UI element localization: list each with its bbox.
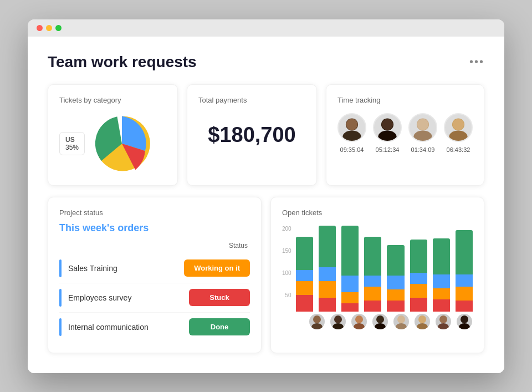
- bar-green-7: [433, 238, 450, 274]
- bar-green-8: [456, 230, 473, 274]
- bar-red-7: [433, 299, 450, 312]
- project-name-2: Employees survey: [68, 293, 182, 302]
- row-indicator-2: [59, 289, 62, 307]
- y-label-150: 150: [282, 248, 291, 254]
- bar-stack-8: [456, 230, 473, 312]
- bar-blue-8: [456, 274, 473, 287]
- svg-point-16: [355, 315, 363, 323]
- titlebar: [28, 19, 504, 37]
- project-row-2: Employees survey Stuck: [59, 283, 250, 313]
- bar-col-5: [387, 245, 404, 312]
- avatar-item-4: 06:43:32: [444, 113, 473, 153]
- project-name-1: Sales Training: [68, 264, 177, 273]
- avatar-2: [373, 113, 402, 142]
- bar-col-6: [410, 240, 427, 312]
- bar-red-5: [387, 301, 404, 312]
- bar-blue-4: [364, 276, 381, 287]
- more-options-button[interactable]: •••: [469, 55, 484, 68]
- tickets-card: Tickets by category US 35%: [48, 84, 178, 186]
- svg-point-21: [396, 323, 407, 329]
- project-status-card: Project status This week's orders Status…: [48, 197, 262, 353]
- bar-blue-5: [387, 276, 404, 289]
- row-indicator-1: [59, 259, 62, 277]
- avatar-3-time: 01:34:09: [411, 146, 435, 153]
- payments-card: Total payments $180,700: [187, 84, 317, 186]
- svg-point-10: [449, 130, 467, 140]
- bar-red-8: [456, 301, 473, 312]
- week-title: This week's orders: [59, 222, 250, 234]
- bar-avatar-5: [393, 314, 409, 329]
- open-tickets-title: Open tickets: [282, 208, 473, 217]
- bar-orange-3: [341, 292, 359, 303]
- bar-red-1: [296, 295, 313, 312]
- bar-green-2: [319, 226, 336, 267]
- bar-orange-8: [456, 287, 473, 301]
- bar-stack-3: [341, 226, 359, 312]
- bar-avatars-row: [296, 314, 473, 329]
- bar-stack-2: [319, 226, 336, 312]
- top-cards-row: Tickets by category US 35%: [48, 84, 484, 186]
- bar-blue-2: [319, 267, 336, 281]
- svg-point-17: [354, 323, 365, 329]
- bar-stack-7: [433, 238, 450, 312]
- svg-point-14: [334, 315, 342, 323]
- bar-avatar-1: [309, 314, 325, 329]
- svg-point-23: [417, 323, 428, 329]
- status-badge-1[interactable]: Working on it: [184, 259, 250, 277]
- page-title: Team work requests: [48, 53, 197, 71]
- time-tracking-card: Time tracking 09:35:04 05:12:34: [326, 84, 484, 186]
- bar-orange-1: [296, 281, 313, 295]
- status-badge-2[interactable]: Stuck: [189, 289, 250, 306]
- project-status-label: Project status: [59, 208, 250, 217]
- minimize-button[interactable]: [46, 25, 52, 31]
- svg-point-4: [378, 130, 396, 140]
- avatar-item-2: 05:12:34: [373, 113, 402, 153]
- app-window: Team work requests ••• Tickets by catego…: [28, 19, 504, 373]
- project-row-3: Internal communication Done: [59, 313, 250, 342]
- bar-stack-6: [410, 240, 427, 312]
- chart-area: 200 150 100 50: [282, 226, 473, 329]
- time-tracking-title: Time tracking: [337, 96, 473, 104]
- svg-point-7: [413, 130, 432, 140]
- bar-col-8: [456, 230, 473, 312]
- svg-point-24: [439, 315, 447, 323]
- bar-blue-1: [296, 270, 313, 281]
- avatar-1: [337, 113, 366, 142]
- bars-group: [296, 226, 473, 312]
- status-badge-3[interactable]: Done: [189, 318, 250, 335]
- y-label-200: 200: [282, 226, 291, 232]
- svg-point-27: [459, 323, 470, 329]
- svg-point-26: [461, 315, 468, 323]
- svg-point-5: [382, 119, 393, 130]
- bottom-cards-row: Project status This week's orders Status…: [48, 197, 484, 353]
- svg-point-13: [311, 323, 323, 329]
- maximize-button[interactable]: [55, 25, 62, 31]
- open-tickets-card: Open tickets 200 150 100 50: [270, 197, 484, 353]
- avatar-1-time: 09:35:04: [340, 146, 364, 153]
- y-label-100: 100: [282, 270, 291, 276]
- svg-point-11: [453, 119, 464, 130]
- bar-red-4: [364, 301, 381, 312]
- bar-avatar-6: [415, 314, 430, 329]
- bar-col-1: [296, 237, 313, 312]
- bar-col-3: [341, 226, 359, 312]
- bar-green-5: [387, 245, 404, 276]
- bar-green-3: [341, 226, 359, 276]
- pie-legend-label: US: [65, 136, 79, 144]
- avatar-3: [408, 113, 437, 142]
- bar-red-6: [410, 298, 427, 312]
- bar-stack-5: [387, 245, 404, 312]
- bar-red-3: [341, 303, 359, 312]
- svg-point-22: [418, 315, 426, 323]
- bar-orange-2: [319, 281, 336, 298]
- avatar-item-1: 09:35:04: [337, 113, 366, 153]
- pie-legend: US 35%: [59, 132, 85, 155]
- bar-blue-6: [410, 273, 427, 284]
- bar-red-2: [319, 298, 336, 312]
- pie-chart: [91, 113, 152, 174]
- close-button[interactable]: [37, 25, 43, 31]
- y-axis-labels: 200 150 100 50: [282, 226, 291, 314]
- project-name-3: Internal communication: [68, 323, 182, 332]
- svg-point-2: [346, 119, 357, 130]
- bar-avatar-2: [330, 314, 346, 329]
